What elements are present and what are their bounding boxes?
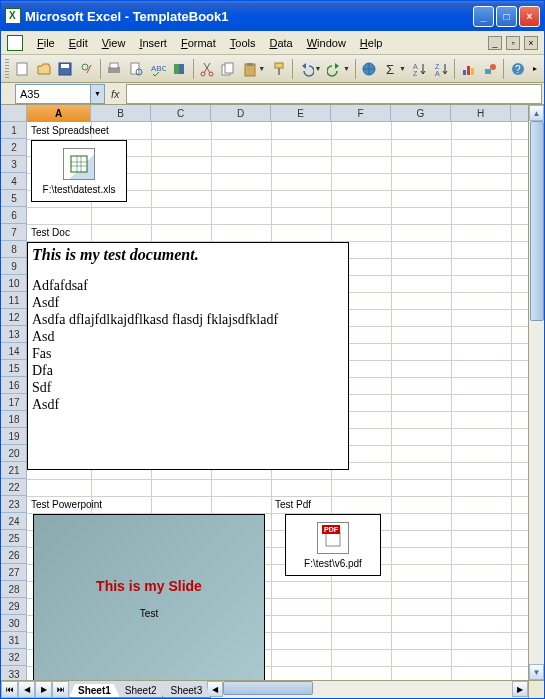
row-header-13[interactable]: 13 (1, 326, 27, 343)
titlebar[interactable]: Microsoft Excel - TemplateBook1 _ □ × (1, 1, 544, 31)
copy-button[interactable] (218, 58, 239, 80)
vertical-scrollbar[interactable]: ▲ ▼ (528, 105, 544, 680)
new-button[interactable] (12, 58, 33, 80)
toolbar-grip[interactable] (5, 59, 9, 79)
row-header-23[interactable]: 23 (1, 496, 27, 513)
name-box-dropdown[interactable]: ▼ (90, 85, 104, 103)
scroll-right-button[interactable]: ▶ (512, 681, 528, 697)
row-header-25[interactable]: 25 (1, 530, 27, 547)
row-header-15[interactable]: 15 (1, 360, 27, 377)
research-button[interactable] (169, 58, 190, 80)
row-header-21[interactable]: 21 (1, 462, 27, 479)
row-header-2[interactable]: 2 (1, 139, 27, 156)
col-header-C[interactable]: C (151, 105, 211, 122)
minimize-button[interactable]: _ (473, 6, 494, 27)
spelling-button[interactable]: ABC (147, 58, 168, 80)
col-header-H[interactable]: H (451, 105, 511, 122)
row-header-29[interactable]: 29 (1, 598, 27, 615)
scroll-thumb-v[interactable] (530, 121, 544, 321)
scroll-up-button[interactable]: ▲ (529, 105, 544, 121)
menu-view[interactable]: View (96, 35, 132, 51)
row-header-27[interactable]: 27 (1, 564, 27, 581)
cell-E23[interactable]: Test Pdf (273, 498, 313, 511)
fx-label[interactable]: fx (111, 88, 120, 100)
help-button[interactable]: ? (507, 58, 528, 80)
autosum-button[interactable]: Σ (380, 58, 401, 80)
select-all-corner[interactable] (1, 105, 27, 122)
menu-insert[interactable]: Insert (133, 35, 173, 51)
print-preview-button[interactable] (126, 58, 147, 80)
doc-restore-button[interactable]: ▫ (506, 36, 520, 50)
paste-button[interactable] (240, 58, 261, 80)
save-button[interactable] (55, 58, 76, 80)
horizontal-scrollbar[interactable]: ◀ ▶ (207, 681, 528, 698)
name-box[interactable]: A35 ▼ (15, 84, 105, 104)
row-header-33[interactable]: 33 (1, 666, 27, 680)
col-header-G[interactable]: G (391, 105, 451, 122)
row-header-12[interactable]: 12 (1, 309, 27, 326)
tab-nav-prev[interactable]: ◀ (18, 681, 35, 698)
col-header-A[interactable]: A (27, 105, 91, 122)
row-header-18[interactable]: 18 (1, 411, 27, 428)
menu-file[interactable]: File (31, 35, 61, 51)
menu-window[interactable]: Window (301, 35, 352, 51)
close-button[interactable]: × (519, 6, 540, 27)
toolbar-options-button[interactable]: ▸ (529, 58, 540, 80)
row-header-31[interactable]: 31 (1, 632, 27, 649)
col-header-F[interactable]: F (331, 105, 391, 122)
sheet-tab-sheet1[interactable]: Sheet1 (69, 684, 120, 698)
row-header-30[interactable]: 30 (1, 615, 27, 632)
sort-desc-button[interactable]: ZA (431, 58, 452, 80)
sheet-tab-sheet2[interactable]: Sheet2 (116, 684, 166, 698)
tab-nav-last[interactable]: ⏭ (52, 681, 69, 698)
col-header-B[interactable]: B (91, 105, 151, 122)
doc-close-button[interactable]: × (524, 36, 538, 50)
tab-nav-first[interactable]: ⏮ (1, 681, 18, 698)
workbook-icon[interactable] (7, 35, 23, 51)
col-header-D[interactable]: D (211, 105, 271, 122)
row-header-17[interactable]: 17 (1, 394, 27, 411)
menu-help[interactable]: Help (354, 35, 389, 51)
cells-area[interactable]: Test SpreadsheetTest DocTest PowerpointT… (27, 122, 528, 680)
row-header-6[interactable]: 6 (1, 207, 27, 224)
row-header-10[interactable]: 10 (1, 275, 27, 292)
permission-button[interactable] (77, 58, 98, 80)
row-header-19[interactable]: 19 (1, 428, 27, 445)
cut-button[interactable] (197, 58, 218, 80)
embedded-xls-object[interactable]: F:\test\datest.xls (31, 140, 127, 202)
row-header-11[interactable]: 11 (1, 292, 27, 309)
format-painter-button[interactable] (268, 58, 289, 80)
row-header-5[interactable]: 5 (1, 190, 27, 207)
row-header-24[interactable]: 24 (1, 513, 27, 530)
doc-minimize-button[interactable]: _ (488, 36, 502, 50)
menu-edit[interactable]: Edit (63, 35, 94, 51)
row-header-26[interactable]: 26 (1, 547, 27, 564)
scroll-down-button[interactable]: ▼ (529, 664, 544, 680)
row-header-22[interactable]: 22 (1, 479, 27, 496)
row-header-16[interactable]: 16 (1, 377, 27, 394)
tab-nav-next[interactable]: ▶ (35, 681, 52, 698)
undo-button[interactable] (296, 58, 317, 80)
open-button[interactable] (33, 58, 54, 80)
menu-format[interactable]: Format (175, 35, 222, 51)
row-header-14[interactable]: 14 (1, 343, 27, 360)
col-header-E[interactable]: E (271, 105, 331, 122)
formula-bar[interactable] (126, 84, 542, 104)
menu-tools[interactable]: Tools (224, 35, 262, 51)
print-button[interactable] (104, 58, 125, 80)
maximize-button[interactable]: □ (496, 6, 517, 27)
cell-A7[interactable]: Test Doc (29, 226, 72, 239)
cell-A1[interactable]: Test Spreadsheet (29, 124, 111, 137)
row-header-3[interactable]: 3 (1, 156, 27, 173)
row-header-32[interactable]: 32 (1, 649, 27, 666)
row-header-8[interactable]: 8 (1, 241, 27, 258)
redo-button[interactable] (324, 58, 345, 80)
row-header-7[interactable]: 7 (1, 224, 27, 241)
cell-A23[interactable]: Test Powerpoint (29, 498, 104, 511)
row-header-9[interactable]: 9 (1, 258, 27, 275)
row-header-1[interactable]: 1 (1, 122, 27, 139)
sort-asc-button[interactable]: AZ (409, 58, 430, 80)
scroll-thumb-h[interactable] (223, 681, 313, 695)
row-header-4[interactable]: 4 (1, 173, 27, 190)
embedded-pdf-object[interactable]: F:\test\v6.pdf (285, 514, 381, 576)
